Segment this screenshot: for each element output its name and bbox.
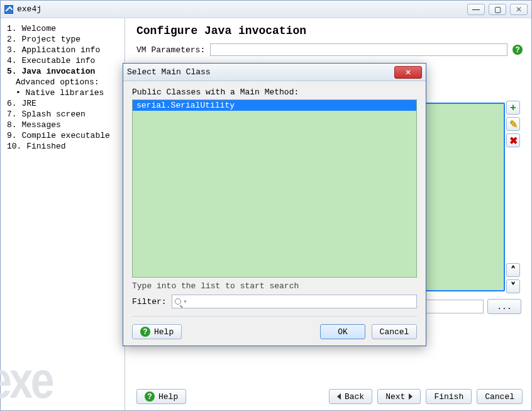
cancel-button-dialog[interactable]: Cancel <box>372 324 417 339</box>
select-main-class-dialog: Select Main Class ✕ Public Classes with … <box>123 63 426 346</box>
help-button-dialog[interactable]: ? Help <box>132 324 182 339</box>
vm-params-row: VM Parameters: ? <box>136 43 523 56</box>
ok-button[interactable]: OK <box>320 324 365 339</box>
finish-button[interactable]: Finish <box>426 389 472 404</box>
arrow-right-icon <box>409 393 413 400</box>
minimize-button[interactable]: — <box>467 4 485 15</box>
vm-params-label: VM Parameters: <box>136 45 205 55</box>
edit-button[interactable]: ✎ <box>506 117 520 131</box>
filter-label: Filter: <box>132 297 167 307</box>
dialog-title: Select Main Class <box>127 67 394 77</box>
search-hint: Type into the list to start search <box>132 281 417 291</box>
add-button[interactable]: + <box>506 101 520 115</box>
page-title: Configure Java invocation <box>136 25 523 37</box>
wizard-step[interactable]: 10. Finished <box>7 141 122 152</box>
dialog-separator <box>132 316 417 317</box>
search-icon <box>175 298 181 305</box>
vm-params-input[interactable] <box>210 43 507 56</box>
wizard-steps: 1. Welcome2. Project type3. Application … <box>7 23 122 152</box>
wizard-step[interactable]: Advanced options: <box>7 77 122 87</box>
back-button[interactable]: Back <box>329 389 372 404</box>
help-button-main[interactable]: ? Help <box>136 389 186 404</box>
delete-button[interactable]: ✖ <box>506 133 520 147</box>
close-button[interactable]: ✕ <box>510 4 528 15</box>
wizard-step[interactable]: 3. Application info <box>7 45 122 55</box>
wizard-step[interactable]: 6. JRE <box>7 98 122 109</box>
wizard-step[interactable]: 7. Splash screen <box>7 109 122 120</box>
wizard-sidebar: exe 1. Welcome2. Project type3. Applicat… <box>1 18 125 410</box>
browse-button[interactable]: ... <box>487 299 521 314</box>
wizard-step[interactable]: • Native libraries <box>7 87 122 98</box>
sidebar-watermark: exe <box>0 350 52 409</box>
dialog-list-label: Public Classes with a Main Method: <box>132 87 417 97</box>
wizard-step[interactable]: 2. Project type <box>7 34 122 45</box>
next-button[interactable]: Next <box>377 389 421 404</box>
window-controls: — ▢ ✕ <box>467 4 528 15</box>
app-title: exe4j <box>17 4 467 14</box>
wizard-step[interactable]: 1. Welcome <box>7 23 122 34</box>
wizard-step[interactable]: 9. Compile executable <box>7 130 122 141</box>
help-icon[interactable]: ? <box>513 45 523 55</box>
arrow-left-icon <box>337 393 341 400</box>
dialog-close-button[interactable]: ✕ <box>394 66 422 79</box>
cancel-button-main[interactable]: Cancel <box>477 389 523 404</box>
filter-input[interactable]: ▾ <box>172 295 417 308</box>
help-icon: ? <box>140 327 150 337</box>
wizard-step[interactable]: 5. Java invocation <box>7 66 122 77</box>
help-label: Help <box>158 392 178 402</box>
main-titlebar[interactable]: exe4j — ▢ ✕ <box>1 1 531 18</box>
wizard-step[interactable]: 8. Messages <box>7 120 122 130</box>
list-item[interactable]: serial.SerialUtility <box>133 100 416 111</box>
move-up-button[interactable]: ˄ <box>506 263 520 277</box>
wizard-step[interactable]: 4. Executable info <box>7 55 122 66</box>
app-icon <box>4 5 13 14</box>
help-icon: ? <box>145 391 155 402</box>
move-down-button[interactable]: ˅ <box>506 279 520 293</box>
dialog-titlebar[interactable]: Select Main Class ✕ <box>123 64 426 81</box>
main-class-list[interactable]: serial.SerialUtility <box>132 99 417 278</box>
maximize-button[interactable]: ▢ <box>489 4 506 15</box>
